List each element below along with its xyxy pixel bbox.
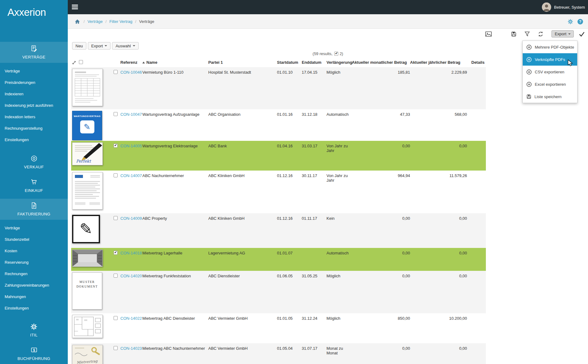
column-header-enddatum[interactable]: Enddatum: [296, 59, 320, 67]
column-header-partei[interactable]: Partei 1: [206, 59, 271, 67]
table-row[interactable]: MUSTERDOKUMENT CON-14020 Mietvertrag Fun…: [71, 271, 486, 313]
edit-pencil-icon: ✎: [80, 221, 93, 237]
cell-details: [467, 343, 486, 364]
referenz-link[interactable]: CON-14005: [120, 144, 142, 148]
menu-item-mehrere-pdf-objekte[interactable]: Mehrere PDF-Objekte: [523, 41, 577, 53]
export-dropdown-button[interactable]: Export: [551, 30, 574, 37]
table-row[interactable]: CON-14007 ABC Nachunternehmer ABC Klinik…: [71, 171, 486, 213]
export-button[interactable]: Export: [88, 42, 111, 50]
menu-item-liste-speichern[interactable]: Liste speichern: [523, 90, 577, 103]
row-checkbox[interactable]: [114, 70, 118, 74]
referenz-link[interactable]: CON-14020: [120, 274, 142, 278]
sidebar-item-rechnungserstellung[interactable]: Rechnungserstellung: [0, 123, 68, 134]
photo-thumbnail[interactable]: Mietvertrag: [72, 345, 103, 364]
column-header-referenz[interactable]: Referenz: [119, 59, 142, 67]
row-checkbox[interactable]: [114, 216, 118, 220]
sidebar-item-reservierung[interactable]: Reservierung: [0, 257, 68, 268]
sidebar-section-buchfuehrung[interactable]: $ BUCHFÜHRUNG: [0, 343, 68, 364]
row-checkbox[interactable]: [114, 316, 118, 320]
sidebar-section-verkauf[interactable]: VERKAUF: [0, 152, 68, 173]
breadcrumb-link-filter-vertrag[interactable]: Filter Vertrag: [109, 19, 132, 24]
row-checkbox-checked[interactable]: [114, 144, 118, 148]
app-logo[interactable]: Axxerion: [0, 0, 68, 25]
expand-icon[interactable]: [72, 61, 76, 65]
refresh-icon[interactable]: [538, 31, 543, 37]
sidebar-group-einkauf: EINKAUF: [0, 175, 68, 196]
photo-thumbnail[interactable]: [72, 249, 103, 267]
sidebar-item-vertraege-fakturierung[interactable]: Verträge: [0, 222, 68, 234]
row-checkbox[interactable]: [114, 173, 118, 177]
sidebar-item-einstellungen[interactable]: Einstellungen: [0, 134, 68, 145]
image-view-icon[interactable]: [485, 31, 492, 37]
table-row[interactable]: WARTUNGSVERTRAG ✎ CON-10047 Wartungsvert…: [71, 109, 486, 141]
sidebar-section-itil[interactable]: ITIL: [0, 320, 68, 341]
document-thumbnail[interactable]: [72, 69, 103, 106]
sidebar-item-indexierung-jetzt-ausfuehren[interactable]: Indexierung jetzt ausführen: [0, 100, 68, 111]
thumbnail-script-text: Mietvertrag: [77, 359, 103, 364]
sidebar-item-preisaenderungen[interactable]: Preisänderungen: [0, 77, 68, 88]
document-thumbnail[interactable]: WARTUNGSVERTRAG ✎: [72, 111, 102, 140]
row-checkbox[interactable]: [114, 274, 118, 278]
neu-button[interactable]: Neu: [72, 42, 86, 50]
floorplan-thumbnail[interactable]: [72, 315, 103, 338]
sidebar-group-verkauf: VERKAUF: [0, 152, 68, 173]
sidebar-item-kosten[interactable]: Kosten: [0, 245, 68, 257]
document-thumbnail[interactable]: MUSTERDOKUMENT: [72, 272, 102, 310]
sidebar-section-fakturierung[interactable]: FAKTURIERUNG: [0, 199, 68, 220]
table-row-selected[interactable]: CON-14018 Mietvertrag Lagerhalle Lagerve…: [71, 248, 486, 271]
sidebar-item-indexation-letters[interactable]: Indexation letters: [0, 111, 68, 123]
row-checkbox-checked[interactable]: [114, 251, 118, 255]
save-icon[interactable]: [511, 31, 517, 37]
hamburger-menu-icon[interactable]: [72, 5, 78, 10]
column-header-jaehrlicher-betrag[interactable]: Aktueller jährlicher Betrag: [410, 59, 467, 67]
settings-gear-icon[interactable]: [568, 19, 573, 24]
contract-icon: [30, 45, 38, 52]
table-row[interactable]: CON-14022 Mietvertrag ABC Dienstleister …: [71, 313, 486, 343]
sidebar-section-einkauf[interactable]: EINKAUF: [0, 175, 68, 196]
menu-item-verknuepfte-pdfs[interactable]: Verknüpfte PDFs: [523, 53, 577, 66]
confirm-check-icon[interactable]: [579, 31, 585, 37]
sidebar-item-indexieren[interactable]: Indexieren: [0, 88, 68, 100]
sidebar: Axxerion VERTRÄGE Verträge Preisänderung…: [0, 0, 68, 364]
auswahl-button[interactable]: Auswahl: [112, 42, 138, 50]
menu-item-csv-exportieren[interactable]: CSV exportieren: [523, 66, 577, 78]
sidebar-section-vertraege[interactable]: VERTRÄGE: [0, 42, 68, 63]
breadcrumb-link-vertraege[interactable]: Verträge: [88, 19, 103, 24]
user-menu[interactable]: Betreuer, System: [542, 2, 585, 12]
sidebar-item-rechnungen[interactable]: Rechnungen: [0, 268, 68, 280]
select-all-checkbox[interactable]: [79, 60, 83, 64]
column-header-verlaengerung[interactable]: Verlängerung: [320, 59, 352, 67]
column-header-details[interactable]: Details: [467, 59, 486, 67]
document-thumbnail[interactable]: ✎: [72, 215, 100, 243]
row-checkbox[interactable]: [114, 346, 118, 350]
column-header-monatlicher-betrag[interactable]: Aktueller monatlicher Betrag: [352, 59, 410, 67]
column-header-startdatum[interactable]: Startdatum: [271, 59, 296, 67]
table-row[interactable]: Mietvertrag CON-14023 Mietvertrag ABC Na…: [71, 343, 486, 364]
sidebar-item-stundenzettel[interactable]: Stundenzettel: [0, 234, 68, 245]
referenz-link[interactable]: CON-10047: [120, 112, 142, 117]
sidebar-item-vertraege[interactable]: Verträge: [0, 65, 68, 77]
home-icon[interactable]: [75, 19, 80, 24]
referenz-link[interactable]: CON-14009: [120, 216, 142, 221]
sidebar-section-label: VERTRÄGE: [0, 55, 68, 59]
sidebar-section-label: VERKAUF: [0, 165, 68, 169]
menu-item-excel-exportieren[interactable]: Excel exportieren: [523, 78, 577, 90]
referenz-link[interactable]: CON-14022: [120, 316, 142, 321]
table-row[interactable]: CON-10046 Vermietung Büro 1-110 Hospital…: [71, 67, 486, 109]
sidebar-item-einstellungen-fakturierung[interactable]: Einstellungen: [0, 302, 68, 314]
column-header-name[interactable]: Name: [142, 59, 206, 67]
document-thumbnail[interactable]: [72, 172, 103, 210]
row-checkbox[interactable]: [114, 112, 118, 116]
sidebar-item-mahnungen[interactable]: Mahnungen: [0, 291, 68, 302]
table-row[interactable]: ✎ CON-14009 ABC Property ABC Kliniken Gm…: [71, 213, 486, 248]
filter-icon[interactable]: [525, 31, 530, 37]
referenz-link[interactable]: CON-14023: [120, 346, 142, 351]
referenz-link[interactable]: CON-14007: [120, 173, 142, 178]
cell-details: [467, 248, 486, 271]
document-thumbnail[interactable]: Perfekt: [72, 142, 103, 165]
referenz-link[interactable]: CON-14018: [120, 251, 142, 255]
referenz-link[interactable]: CON-10046: [120, 70, 142, 75]
table-row-selected[interactable]: Perfekt CON-14005 Wartungsvertrag Elektr…: [71, 141, 486, 171]
help-icon[interactable]: [577, 19, 583, 24]
sidebar-item-zahlungsvereinbarungen[interactable]: Zahlungsvereinbarungen: [0, 280, 68, 291]
